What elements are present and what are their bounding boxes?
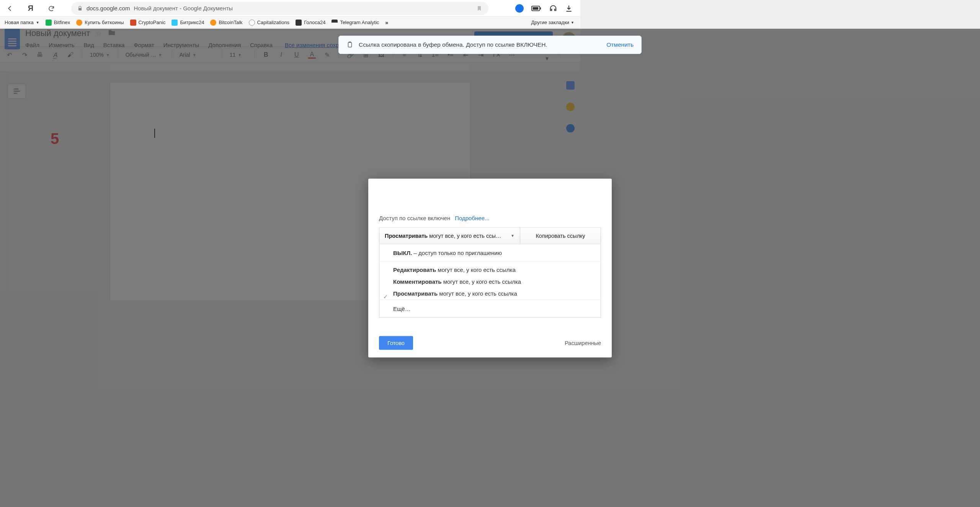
bookmark-item[interactable]: Голоса24 xyxy=(296,20,325,26)
bookmark-item[interactable]: Купить биткоины xyxy=(76,20,124,26)
link-copied-toast: Ссылка скопирована в буфер обмена. Досту… xyxy=(338,36,580,54)
url-domain: docs.google.com xyxy=(87,5,130,11)
access-status-label: Доступ по ссылке включен xyxy=(379,214,450,221)
bookmark-folder[interactable]: Новая папка▼ xyxy=(5,20,39,25)
nav-reload-icon[interactable] xyxy=(47,4,56,13)
permission-option-edit[interactable]: Редактировать могут все, у кого есть ссы… xyxy=(379,262,580,276)
extension-icons xyxy=(500,4,575,13)
bookmark-icon[interactable] xyxy=(476,5,482,11)
bookmark-item[interactable]: Telegram Analytic xyxy=(332,20,379,26)
clipboard-icon xyxy=(346,41,353,49)
browser-logo-icon[interactable]: Я xyxy=(26,4,35,13)
svg-rect-2 xyxy=(540,7,541,9)
permission-dropdown[interactable]: Просматривать могут все, у кого есть ссы… xyxy=(379,227,520,244)
bookmarks-overflow-icon[interactable]: » xyxy=(385,20,388,26)
permission-option-more[interactable]: Ещё… xyxy=(379,299,580,300)
bookmark-item[interactable]: BitcoinTalk xyxy=(210,20,242,26)
headphones-icon[interactable] xyxy=(549,4,557,13)
toast-text: Ссылка скопирована в буфер обмена. Досту… xyxy=(359,41,547,48)
download-arrow-icon[interactable] xyxy=(500,5,508,12)
bookmark-item[interactable]: Capitalizations xyxy=(249,20,290,26)
permission-option-comment[interactable]: Комментировать могут все, у кого есть сс… xyxy=(379,276,580,288)
svg-rect-3 xyxy=(348,43,352,47)
url-title: Новый документ - Google Документы xyxy=(134,5,233,11)
modal-overlay: Ссылка скопирована в буфер обмена. Досту… xyxy=(0,29,580,300)
battery-icon xyxy=(531,5,541,12)
nav-back-icon[interactable] xyxy=(5,4,15,13)
browser-address-bar: Я docs.google.com Новый документ - Googl… xyxy=(0,0,580,17)
bookmark-item[interactable]: Bitfinex xyxy=(46,20,70,26)
bookmark-item[interactable]: Битрикс24 xyxy=(172,20,204,26)
address-bar[interactable]: docs.google.com Новый документ - Google … xyxy=(71,2,488,15)
bookmarks-bar: Новая папка▼ Bitfinex Купить биткоины Cr… xyxy=(0,17,580,28)
chevron-down-icon: ▼ xyxy=(511,234,514,238)
permission-options-list: ВЫКЛ. – доступ только по приглашению Ред… xyxy=(379,244,580,300)
other-bookmarks[interactable]: Другие закладки▼ xyxy=(531,20,574,25)
svg-rect-1 xyxy=(532,7,538,10)
download-icon[interactable] xyxy=(565,5,573,12)
lock-icon xyxy=(77,6,83,11)
copy-link-button[interactable]: Копировать ссылку xyxy=(520,227,580,244)
permission-option-off[interactable]: ВЫКЛ. – доступ только по приглашению xyxy=(379,244,580,261)
ext-blue-icon[interactable] xyxy=(515,4,524,13)
share-dialog: Доступ по ссылке включен Подробнее... Пр… xyxy=(368,178,580,300)
learn-more-link[interactable]: Подробнее... xyxy=(455,214,489,221)
bookmark-item[interactable]: CryptoPanic xyxy=(130,20,166,26)
permission-option-view[interactable]: ✓ Просматривать могут все, у кого есть с… xyxy=(379,288,580,299)
check-icon: ✓ xyxy=(383,293,388,300)
